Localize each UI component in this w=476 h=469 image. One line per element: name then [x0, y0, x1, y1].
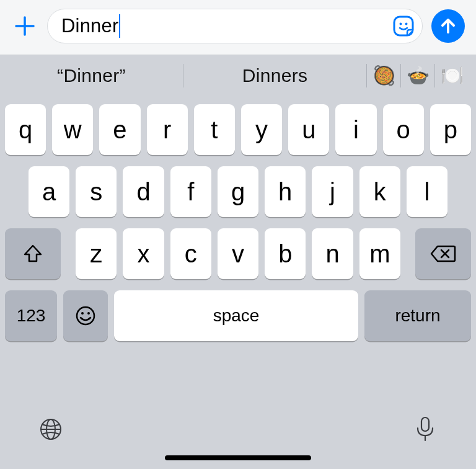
key-row-2: a s d f g h j k l: [5, 166, 471, 217]
key-x[interactable]: x: [123, 228, 164, 279]
key-p[interactable]: p: [430, 104, 471, 155]
svg-rect-14: [421, 418, 429, 431]
send-arrow-icon: [439, 17, 457, 35]
key-g[interactable]: g: [218, 166, 258, 217]
key-c[interactable]: c: [170, 228, 211, 279]
mic-icon: [415, 416, 436, 443]
key-return[interactable]: return: [364, 290, 471, 341]
key-y[interactable]: y: [241, 104, 282, 155]
svg-point-8: [77, 307, 94, 324]
key-o[interactable]: o: [383, 104, 424, 155]
suggestion-emoji-3[interactable]: 🍽️: [435, 65, 469, 86]
send-button[interactable]: [431, 9, 465, 43]
key-z[interactable]: z: [76, 228, 117, 279]
svg-point-4: [405, 23, 408, 25]
add-button[interactable]: [11, 12, 38, 40]
key-r[interactable]: r: [147, 104, 188, 155]
keyboard-bottom-bar: [0, 403, 476, 469]
key-f[interactable]: f: [170, 166, 211, 217]
key-row-4: 123 space return: [5, 290, 471, 341]
key-k[interactable]: k: [359, 166, 400, 217]
key-q[interactable]: q: [5, 104, 46, 155]
key-t[interactable]: t: [194, 104, 235, 155]
suggestion-emoji-group: 🥘 🍲 🍽️: [367, 64, 476, 87]
dictation-button[interactable]: [410, 414, 440, 444]
key-shift[interactable]: [5, 228, 61, 279]
shift-icon: [22, 243, 44, 265]
key-l[interactable]: l: [407, 166, 447, 217]
backspace-icon: [430, 244, 456, 264]
compose-bar: Dinner: [0, 0, 476, 55]
key-h[interactable]: h: [265, 166, 306, 217]
svg-point-9: [81, 312, 84, 315]
key-row-1: q w e r t y u i o p: [5, 104, 471, 155]
suggestion-bar: “Dinner” Dinners 🥘 🍲 🍽️: [0, 55, 476, 96]
key-v[interactable]: v: [218, 228, 258, 279]
key-b[interactable]: b: [265, 228, 306, 279]
key-row-3: z x c v b n m: [5, 228, 471, 279]
key-space[interactable]: space: [114, 290, 358, 341]
svg-point-10: [87, 312, 90, 315]
key-d[interactable]: d: [123, 166, 164, 217]
suggestion-quoted[interactable]: “Dinner”: [0, 65, 183, 86]
key-n[interactable]: n: [312, 228, 353, 279]
key-j[interactable]: j: [312, 166, 353, 217]
message-input[interactable]: Dinner: [47, 9, 423, 43]
key-m[interactable]: m: [359, 228, 400, 279]
sticker-button[interactable]: [391, 14, 416, 38]
plus-icon: [14, 15, 36, 37]
suggestion-plural[interactable]: Dinners: [183, 65, 366, 86]
key-backspace[interactable]: [415, 228, 471, 279]
key-a[interactable]: a: [29, 166, 69, 217]
suggestion-emoji-2[interactable]: 🍲: [401, 65, 434, 86]
globe-button[interactable]: [36, 414, 66, 444]
key-row-3-letters: z x c v b n m: [76, 228, 400, 279]
svg-point-3: [400, 23, 402, 25]
keyboard: q w e r t y u i o p a s d f g h j k l z …: [0, 96, 476, 403]
key-e[interactable]: e: [99, 104, 140, 155]
text-caret: [119, 14, 120, 38]
home-indicator[interactable]: [165, 455, 311, 460]
key-w[interactable]: w: [52, 104, 93, 155]
key-i[interactable]: i: [335, 104, 376, 155]
emoji-face-icon: [74, 305, 97, 327]
globe-icon: [38, 417, 63, 442]
sticker-smile-icon: [392, 15, 415, 37]
suggestion-emoji-1[interactable]: 🥘: [367, 65, 400, 86]
key-emoji[interactable]: [63, 290, 108, 341]
key-s[interactable]: s: [76, 166, 117, 217]
key-u[interactable]: u: [288, 104, 329, 155]
message-text: Dinner: [61, 15, 119, 37]
key-numbers[interactable]: 123: [5, 290, 57, 341]
